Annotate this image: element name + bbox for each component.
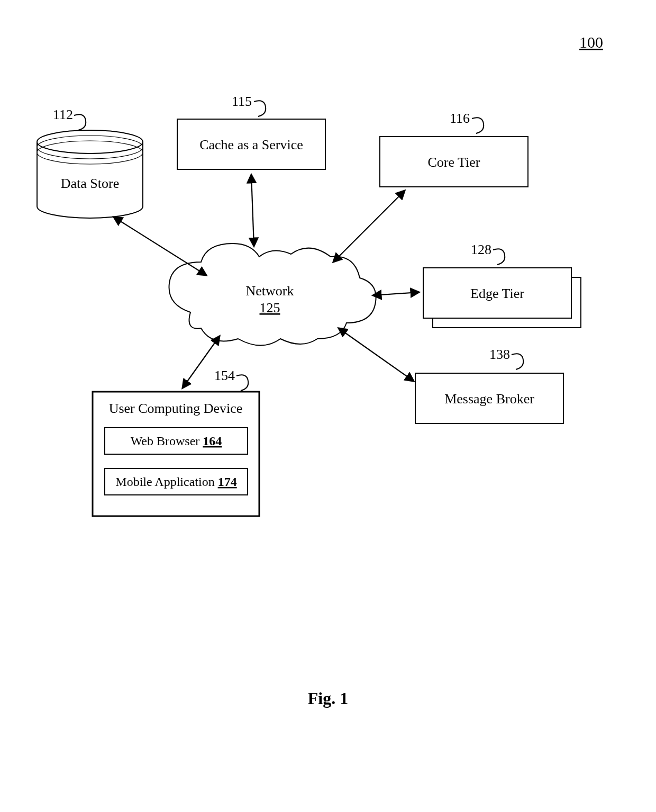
node-cache: Cache as a Service 115	[177, 94, 325, 169]
mobile-app-ref: 174	[218, 475, 237, 489]
edge-cache-network	[251, 175, 254, 246]
user-device-ref: 154	[214, 368, 235, 383]
data-store-label: Data Store	[61, 176, 119, 191]
edge-msgbroker-network	[339, 328, 414, 381]
svg-text:Web Browser
       
      164: Web Browser 164	[131, 434, 222, 448]
web-browser-ref: 164	[203, 434, 222, 448]
edge-tier-ref: 128	[471, 242, 491, 257]
cache-ref: 115	[232, 94, 252, 109]
edge-datastore-network	[114, 217, 206, 275]
node-core-tier: Core Tier 116	[380, 111, 528, 187]
network-ref: 125	[260, 300, 280, 315]
cache-label: Cache as a Service	[199, 137, 303, 152]
core-tier-ref: 116	[450, 111, 470, 126]
network-label: Network	[246, 283, 294, 299]
core-tier-label: Core Tier	[428, 155, 480, 170]
message-broker-label: Message Broker	[444, 391, 534, 407]
architecture-diagram: 100 Fig. 1 Data Store 112 Cache as a Ser…	[0, 0, 656, 812]
edge-edgetier-network	[373, 292, 419, 295]
node-user-device: User Computing Device Web Browser 164 Mo…	[93, 368, 259, 516]
figure-number: 100	[579, 33, 603, 51]
node-message-broker: Message Broker 138	[415, 347, 563, 423]
data-store-ref: 112	[53, 107, 73, 122]
node-edge-tier: Edge Tier 128	[423, 242, 581, 328]
edge-tier-label: Edge Tier	[470, 286, 524, 301]
web-browser-label: Web Browser	[131, 434, 200, 448]
figure-caption: Fig. 1	[308, 689, 348, 708]
node-network: Network 125	[169, 243, 376, 346]
node-data-store: Data Store 112	[37, 107, 143, 218]
edge-coretier-network	[333, 191, 405, 262]
user-device-label: User Computing Device	[109, 401, 243, 416]
message-broker-ref: 138	[489, 347, 510, 362]
svg-text:Mobile Application
       
   : Mobile Application 174	[115, 475, 236, 489]
svg-point-4	[37, 130, 143, 154]
mobile-app-label: Mobile Application	[115, 475, 214, 489]
